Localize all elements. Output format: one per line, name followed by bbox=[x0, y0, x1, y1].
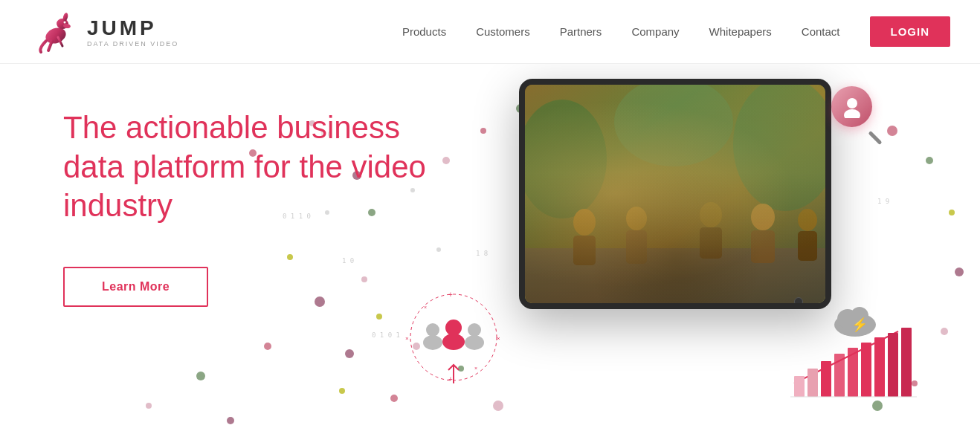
svg-point-58 bbox=[751, 204, 775, 230]
svg-text:+: + bbox=[448, 291, 453, 299]
magnifier-circle bbox=[831, 86, 872, 127]
svg-rect-55 bbox=[626, 230, 647, 264]
svg-text:×: × bbox=[474, 366, 477, 371]
magnifier-handle bbox=[868, 131, 882, 145]
svg-text:×: × bbox=[497, 335, 500, 342]
nav-whitepapers[interactable]: Whitepapers bbox=[709, 25, 772, 38]
svg-rect-89 bbox=[888, 333, 898, 397]
svg-point-6 bbox=[64, 22, 66, 24]
nav-contact[interactable]: Contact bbox=[802, 25, 840, 38]
svg-rect-57 bbox=[700, 227, 722, 259]
svg-point-72 bbox=[426, 323, 439, 337]
logo-area: JUMP DATA DRIVEN VIDEO bbox=[30, 7, 178, 56]
svg-point-14 bbox=[196, 372, 205, 380]
hero-heading: The actionable business data platform fo… bbox=[63, 108, 435, 226]
svg-rect-47 bbox=[525, 85, 825, 303]
svg-point-30 bbox=[926, 157, 933, 164]
tablet-screen bbox=[525, 85, 825, 303]
svg-rect-46 bbox=[525, 85, 825, 303]
svg-rect-82 bbox=[794, 376, 805, 397]
svg-point-15 bbox=[146, 403, 152, 409]
svg-point-39 bbox=[390, 395, 398, 402]
svg-rect-86 bbox=[848, 348, 858, 397]
chart-icon bbox=[787, 324, 921, 398]
svg-rect-59 bbox=[751, 230, 775, 263]
svg-rect-51 bbox=[525, 248, 825, 303]
svg-rect-53 bbox=[573, 236, 596, 265]
svg-rect-83 bbox=[807, 369, 818, 397]
logo-subtitle: DATA DRIVEN VIDEO bbox=[87, 40, 178, 48]
svg-point-31 bbox=[949, 210, 955, 215]
svg-point-32 bbox=[955, 268, 964, 276]
svg-point-64 bbox=[844, 109, 860, 118]
logo-title: JUMP bbox=[87, 16, 178, 40]
svg-rect-87 bbox=[861, 343, 871, 397]
login-button[interactable]: LOGIN bbox=[870, 16, 951, 47]
svg-rect-88 bbox=[874, 337, 885, 397]
svg-point-76 bbox=[445, 320, 462, 336]
nav-products[interactable]: Products bbox=[402, 25, 446, 38]
svg-text:+: + bbox=[448, 375, 453, 383]
hero-section: 1 0 1 0 1 1 0 1 0 0 1 0 1 1 8 1 9 1 8 Th… bbox=[0, 64, 980, 428]
logo-text: JUMP DATA DRIVEN VIDEO bbox=[87, 16, 178, 48]
nav-customers[interactable]: Customers bbox=[476, 25, 530, 38]
main-nav: Products Customers Partners Company Whit… bbox=[402, 16, 950, 47]
chart-svg bbox=[787, 324, 921, 398]
svg-point-44 bbox=[436, 247, 441, 252]
svg-point-52 bbox=[573, 209, 596, 236]
svg-point-19 bbox=[480, 128, 486, 134]
svg-point-49 bbox=[733, 85, 825, 211]
magnifier-icon bbox=[824, 86, 883, 146]
svg-point-38 bbox=[345, 349, 354, 358]
svg-point-17 bbox=[339, 388, 345, 394]
kangaroo-logo bbox=[30, 7, 78, 56]
svg-point-74 bbox=[468, 323, 481, 337]
svg-point-54 bbox=[626, 207, 647, 230]
svg-rect-85 bbox=[834, 354, 845, 397]
number-deco-7: 1 8 bbox=[476, 250, 488, 257]
svg-point-60 bbox=[798, 209, 817, 231]
svg-point-56 bbox=[700, 202, 722, 227]
hero-text-block: The actionable business data platform fo… bbox=[63, 108, 435, 307]
svg-point-37 bbox=[376, 314, 382, 320]
nav-partners[interactable]: Partners bbox=[560, 25, 602, 38]
svg-point-18 bbox=[442, 157, 450, 164]
nav-company[interactable]: Company bbox=[631, 25, 679, 38]
svg-point-29 bbox=[887, 126, 897, 136]
svg-point-13 bbox=[264, 343, 271, 350]
number-deco-4: 0 1 0 1 bbox=[372, 331, 400, 339]
tablet-video bbox=[525, 85, 825, 303]
svg-point-48 bbox=[525, 100, 607, 218]
svg-point-35 bbox=[872, 401, 883, 411]
svg-text:×: × bbox=[405, 335, 409, 342]
tablet-home-button bbox=[794, 297, 803, 306]
svg-point-77 bbox=[442, 334, 465, 350]
svg-point-33 bbox=[941, 328, 948, 335]
number-deco-6: 1 9 bbox=[877, 198, 889, 205]
svg-rect-90 bbox=[901, 328, 912, 397]
tablet-frame bbox=[519, 79, 831, 309]
header: JUMP DATA DRIVEN VIDEO Products Customer… bbox=[0, 0, 980, 64]
svg-point-63 bbox=[847, 98, 857, 108]
svg-point-50 bbox=[614, 85, 733, 166]
tablet-device bbox=[519, 79, 831, 317]
person-in-magnifier bbox=[841, 96, 863, 118]
svg-point-73 bbox=[423, 335, 442, 350]
learn-more-button[interactable]: Learn More bbox=[63, 267, 208, 307]
svg-point-41 bbox=[493, 401, 503, 411]
svg-rect-62 bbox=[525, 85, 825, 303]
svg-point-75 bbox=[465, 335, 484, 350]
svg-point-16 bbox=[227, 417, 234, 424]
svg-rect-61 bbox=[798, 231, 817, 261]
svg-rect-84 bbox=[821, 361, 831, 397]
